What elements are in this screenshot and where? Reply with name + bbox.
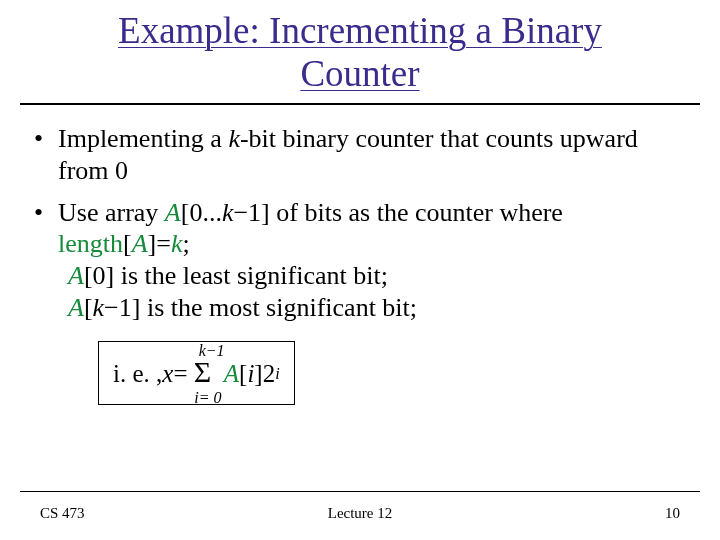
b2-m1: −1] of bits as the counter where [233,198,562,227]
b2-clA: ]= [148,229,171,258]
slide: Example: Incrementing a Binary Counter I… [0,0,720,540]
b2-pre: Use array [58,198,165,227]
b2-l3-A: A [68,293,84,322]
b2-semi: ; [182,229,189,258]
footer-left: CS 473 [40,505,85,522]
b2-l2-rest: [0] is the least significant bit; [84,261,388,290]
b2-l3-br: [ [84,293,93,322]
sigma-symbol: Σ [190,357,216,387]
formula-br-open: [ [239,359,247,390]
formula-eq: = [173,359,187,390]
sigma-bot-rest: = 0 [199,389,222,406]
slide-title: Example: Incrementing a Binary Counter [0,0,720,101]
b2-br0: [0... [181,198,222,227]
formula-sup-i: i [275,365,280,385]
formula-br-close-2: ]2 [254,359,275,390]
b1-k: k [228,124,240,153]
bullet-2: Use array A[0...k−1] of bits as the coun… [28,197,692,324]
footer-right: 10 [665,505,680,522]
formula-i: i [247,359,254,390]
formula-box: i. e. , x = k−1 Σ i= 0 A[i]2i [98,341,295,405]
b2-k2: k [171,229,183,258]
formula-A: A [224,359,239,390]
formula-ie: i. e. , [113,359,162,390]
b2-length: length [58,229,123,258]
b2-brA: [ [123,229,132,258]
sigma-icon: k−1 Σ i= 0 [190,349,216,399]
b2-k: k [222,198,234,227]
b2-l3-k: k [93,293,105,322]
b2-line2: A[0] is the least significant bit; [58,260,692,292]
b2-l2-A: A [68,261,84,290]
formula: i. e. , x = k−1 Σ i= 0 A[i]2i [113,348,280,400]
b2-line3: A[k−1] is the most significant bit; [58,292,692,324]
footer-rule [20,491,700,492]
b2-A: A [165,198,181,227]
bullet-list: Implementing a k-bit binary counter that… [28,123,692,323]
b2-l3-rest: −1] is the most significant bit; [104,293,417,322]
bullet-1: Implementing a k-bit binary counter that… [28,123,692,186]
formula-x: x [162,359,173,390]
footer-center: Lecture 12 [328,505,393,522]
footer: CS 473 Lecture 12 10 [0,505,720,522]
title-line-1: Example: Incrementing a Binary [118,10,602,51]
slide-body: Implementing a k-bit binary counter that… [0,123,720,405]
b2-A2: A [132,229,148,258]
sigma-lower: i= 0 [194,388,221,408]
b1-text-pre: Implementing a [58,124,228,153]
title-rule [20,103,700,105]
title-line-2: Counter [300,53,419,94]
